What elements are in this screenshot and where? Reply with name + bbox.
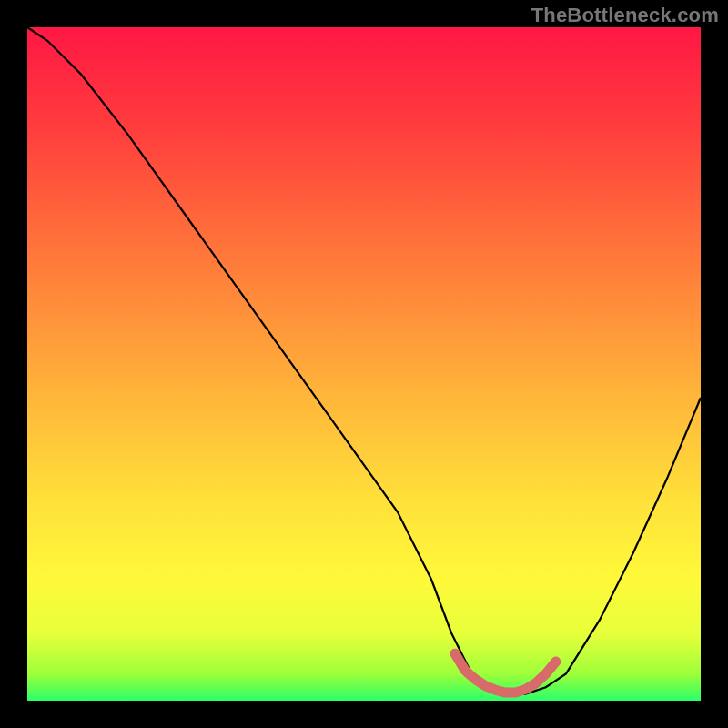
chart-frame: TheBottleneck.com	[0, 0, 728, 728]
plot-background	[27, 27, 701, 701]
bottleneck-chart	[0, 0, 728, 728]
watermark-text: TheBottleneck.com	[531, 4, 719, 27]
